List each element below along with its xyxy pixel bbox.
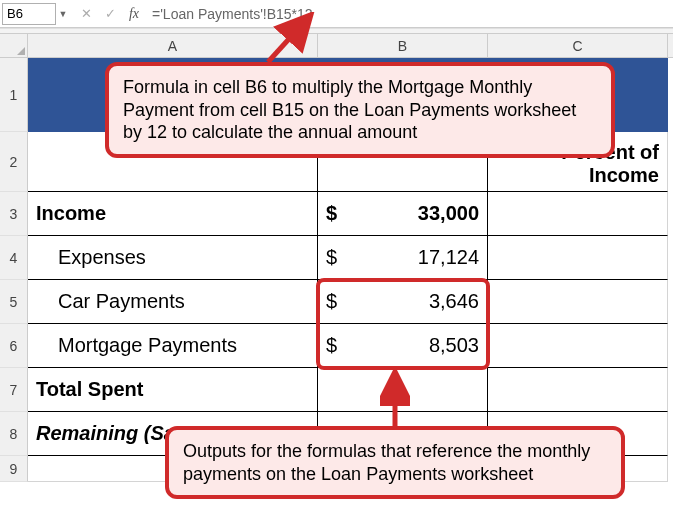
row-header-1[interactable]: 1 <box>0 58 28 132</box>
cell-value: 17,124 <box>344 246 479 269</box>
currency-symbol: $ <box>326 290 344 313</box>
cell-B4[interactable]: $ 17,124 <box>318 236 488 280</box>
callout-text: Formula in cell B6 to multiply the Mortg… <box>123 77 576 142</box>
row-header-9[interactable]: 9 <box>0 456 28 482</box>
arrow-top <box>258 12 318 66</box>
cell-B6[interactable]: $ 8,503 <box>318 324 488 368</box>
cell-value: 8,503 <box>344 334 479 357</box>
cell-A3[interactable]: Income <box>28 192 318 236</box>
cancel-formula-icon[interactable]: ✕ <box>76 4 96 24</box>
row-header-3[interactable]: 3 <box>0 192 28 236</box>
cell-value: 3,646 <box>344 290 479 313</box>
row-header-5[interactable]: 5 <box>0 280 28 324</box>
insert-function-icon[interactable]: fx <box>124 4 144 24</box>
arrow-bottom <box>380 370 410 430</box>
row-header-8[interactable]: 8 <box>0 412 28 456</box>
cell-B5[interactable]: $ 3,646 <box>318 280 488 324</box>
currency-symbol: $ <box>326 202 344 225</box>
row-header-6[interactable]: 6 <box>0 324 28 368</box>
row-header-7[interactable]: 7 <box>0 368 28 412</box>
formula-input[interactable]: ='Loan Payments'!B15*12 <box>144 6 673 22</box>
cell-C6[interactable] <box>488 324 668 368</box>
col-header-B[interactable]: B <box>318 34 488 57</box>
currency-symbol: $ <box>326 246 344 269</box>
column-header-row: A B C <box>0 34 673 58</box>
name-box[interactable]: B6 <box>2 3 56 25</box>
cell-C7[interactable] <box>488 368 668 412</box>
cell-A6[interactable]: Mortgage Payments <box>28 324 318 368</box>
row-header-2[interactable]: 2 <box>0 132 28 192</box>
name-box-dropdown[interactable]: ▼ <box>56 9 70 19</box>
callout-top: Formula in cell B6 to multiply the Mortg… <box>105 62 615 158</box>
row-header-col: 1 2 3 4 5 6 7 8 9 <box>0 58 28 482</box>
row-header-4[interactable]: 4 <box>0 236 28 280</box>
active-cell-ref: B6 <box>7 6 23 21</box>
currency-symbol: $ <box>326 334 344 357</box>
cell-A5[interactable]: Car Payments <box>28 280 318 324</box>
cell-C4[interactable] <box>488 236 668 280</box>
cell-A4[interactable]: Expenses <box>28 236 318 280</box>
formula-bar: B6 ▼ ✕ ✓ fx ='Loan Payments'!B15*12 <box>0 0 673 28</box>
cell-C3[interactable] <box>488 192 668 236</box>
confirm-formula-icon[interactable]: ✓ <box>100 4 120 24</box>
col-header-C[interactable]: C <box>488 34 668 57</box>
cell-value: 33,000 <box>344 202 479 225</box>
cell-A7[interactable]: Total Spent <box>28 368 318 412</box>
cell-C5[interactable] <box>488 280 668 324</box>
callout-text: Outputs for the formulas that reference … <box>183 441 590 484</box>
select-all-button[interactable] <box>0 34 28 57</box>
callout-bottom: Outputs for the formulas that reference … <box>165 426 625 499</box>
cell-B3[interactable]: $ 33,000 <box>318 192 488 236</box>
